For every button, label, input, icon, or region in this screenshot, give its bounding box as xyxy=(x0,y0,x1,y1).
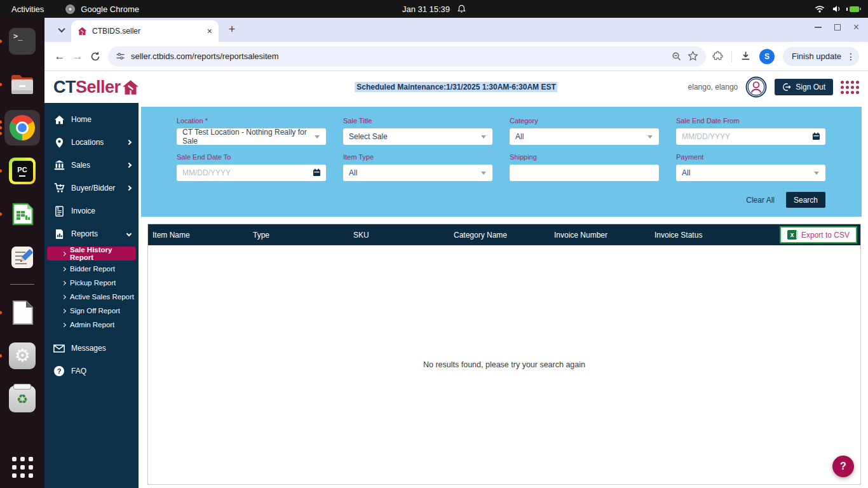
chevron-right-icon xyxy=(126,186,132,191)
browser-menu-icon[interactable]: ⋮ xyxy=(846,51,855,62)
finish-update-button[interactable]: Finish update ⋮ xyxy=(783,47,859,66)
calendar-icon[interactable] xyxy=(313,168,321,179)
payment-select[interactable]: All xyxy=(676,165,825,181)
sidebar-subitem-pickup-report[interactable]: Pickup Report xyxy=(44,276,139,290)
forward-button[interactable]: → xyxy=(69,48,86,65)
running-indicator xyxy=(0,355,2,358)
extensions-icon[interactable] xyxy=(712,51,723,62)
show-applications-button[interactable] xyxy=(12,457,33,478)
column-header: SKU xyxy=(353,231,454,240)
chevron-right-icon xyxy=(62,294,66,299)
ctseller-logo[interactable]: CTSeller xyxy=(53,78,139,97)
sidebar-subitem-active-sales-report[interactable]: Active Sales Report xyxy=(44,290,139,304)
window-close-button[interactable]: × xyxy=(853,22,859,32)
help-fab-button[interactable]: ? xyxy=(832,456,854,477)
filter-label: Shipping xyxy=(510,153,659,161)
dock-settings[interactable]: ⚙ xyxy=(7,341,37,371)
home-icon xyxy=(53,115,65,125)
sign-out-button[interactable]: Sign Out xyxy=(775,79,833,95)
sidebar-subitem-sign-off-report[interactable]: Sign Off Report xyxy=(44,304,139,318)
maximize-button[interactable] xyxy=(834,24,841,30)
svg-text:$: $ xyxy=(57,206,58,210)
sidebar-item-home[interactable]: Home xyxy=(44,108,139,131)
tab-search-button[interactable] xyxy=(53,22,70,38)
dock-terminal[interactable]: >_ xyxy=(7,26,37,57)
sale-title-select[interactable]: Select Sale xyxy=(343,128,492,145)
running-indicator xyxy=(0,121,2,135)
dock-libreoffice[interactable] xyxy=(7,297,37,328)
apps-grid-icon[interactable] xyxy=(841,81,859,94)
export-to-csv-button[interactable]: x Export to CSV xyxy=(780,226,857,243)
tab-strip: CTBIDS.seller × + × xyxy=(44,18,868,42)
filter-panel: Location * CT Test Location - Nothing Re… xyxy=(141,107,862,217)
date-from-input[interactable] xyxy=(682,128,820,145)
tab-close-icon[interactable]: × xyxy=(207,27,212,36)
filter-sale-end-date-from: Sale End Date From xyxy=(676,117,825,145)
sidebar-item-sales[interactable]: Sales xyxy=(44,154,139,177)
user-name: elango, elango xyxy=(688,83,738,92)
address-bar[interactable]: seller.ctbids.com/reports/reportsalesite… xyxy=(108,46,706,67)
profile-avatar[interactable]: S xyxy=(759,49,775,64)
sidebar-item-invoice[interactable]: $ Invoice xyxy=(44,200,139,222)
download-icon[interactable] xyxy=(740,51,751,62)
browser-tab[interactable]: CTBIDS.seller × xyxy=(71,20,219,42)
reload-button[interactable] xyxy=(86,48,104,65)
chevron-right-icon xyxy=(62,280,66,285)
dock-libreoffice-calc[interactable] xyxy=(7,199,37,229)
sidebar-subitem-admin-report[interactable]: Admin Report xyxy=(44,318,139,332)
dock-files[interactable] xyxy=(7,69,37,100)
sidebar-subitem-bidder-report[interactable]: Bidder Report xyxy=(44,262,139,276)
back-button[interactable]: ← xyxy=(51,48,69,65)
sales-columns-icon xyxy=(53,160,65,170)
invoice-icon: $ xyxy=(53,206,65,217)
chevron-down-icon xyxy=(126,231,132,236)
new-tab-button[interactable]: + xyxy=(224,21,240,37)
filter-shipping: Shipping xyxy=(510,153,659,181)
site-settings-icon[interactable] xyxy=(116,51,125,61)
system-status-area[interactable] xyxy=(815,5,868,13)
dock-trash[interactable]: ♻ xyxy=(7,384,37,414)
activities-button[interactable]: Activities xyxy=(11,4,44,14)
chevron-right-icon xyxy=(126,140,132,145)
filter-label: Item Type xyxy=(343,153,492,161)
chevron-right-icon xyxy=(62,251,66,255)
date-to-input[interactable] xyxy=(182,165,320,181)
gear-icon: ⚙ xyxy=(9,342,36,369)
focused-app-indicator[interactable]: Google Chrome xyxy=(65,4,139,14)
filter-label: Sale Title xyxy=(343,117,492,125)
zoom-icon[interactable] xyxy=(672,51,682,62)
dock-text-editor[interactable] xyxy=(7,242,37,273)
sidebar-subitem-sale-history-report[interactable]: Sale History Report xyxy=(47,247,136,261)
column-header: Invoice Status xyxy=(654,231,755,240)
filter-label: Payment xyxy=(676,153,825,161)
running-indicator xyxy=(0,213,2,216)
google-chrome-icon xyxy=(10,115,35,140)
sidebar-item-buyer-bidder[interactable]: Buyer/Bidder xyxy=(44,177,139,200)
category-select[interactable]: All xyxy=(510,128,659,145)
files-icon xyxy=(9,71,36,98)
volume-icon xyxy=(832,5,842,13)
item-type-select[interactable]: All xyxy=(343,165,492,181)
location-select[interactable]: CT Test Location - Nothing Really for Sa… xyxy=(177,128,326,145)
trash-icon: ♻ xyxy=(9,386,36,412)
chevron-right-icon xyxy=(62,322,66,327)
browser-toolbar: ← → seller.ctbids.com/reports/reportsale… xyxy=(44,42,868,71)
bookmark-star-icon[interactable] xyxy=(688,51,698,62)
calendar-icon[interactable] xyxy=(812,132,820,142)
dock-google-chrome[interactable] xyxy=(7,112,37,143)
dock-pycharm[interactable]: PC xyxy=(7,156,37,186)
sidebar-item-locations[interactable]: Locations xyxy=(44,131,139,154)
user-avatar-icon[interactable] xyxy=(745,76,767,98)
location-pin-icon xyxy=(53,137,65,148)
clock-area[interactable]: Jan 31 15:39 xyxy=(402,4,466,14)
url-text[interactable]: seller.ctbids.com/reports/reportsalesite… xyxy=(131,51,666,61)
sidebar-item-faq[interactable]: ? FAQ xyxy=(44,360,139,383)
clear-all-button[interactable]: Clear All xyxy=(746,196,775,205)
search-button[interactable]: Search xyxy=(786,192,825,208)
shipping-input[interactable] xyxy=(515,165,653,181)
system-top-bar: Activities Google Chrome Jan 31 15:39 xyxy=(0,0,868,18)
tab-title: CTBIDS.seller xyxy=(92,27,202,36)
minimize-button[interactable] xyxy=(815,27,822,28)
sidebar-item-reports[interactable]: Reports xyxy=(44,222,139,245)
sidebar-item-messages[interactable]: Messages xyxy=(44,337,139,360)
